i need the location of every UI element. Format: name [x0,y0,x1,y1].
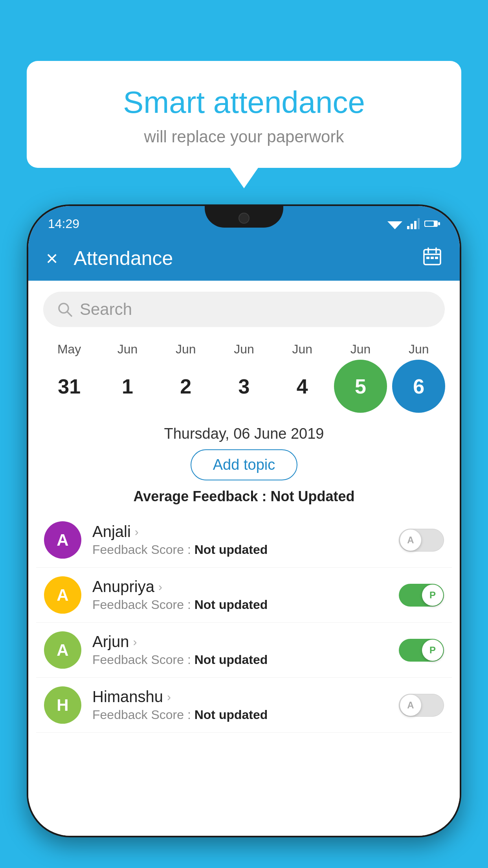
month-0: May [42,342,97,357]
battery-icon [424,219,440,228]
student-item-anjali[interactable]: A Anjali › Feedback Score : Not updated [36,513,452,568]
search-placeholder: Search [80,300,132,319]
wifi-icon [387,218,402,229]
calendar-icon[interactable] [422,246,442,270]
svg-rect-6 [418,218,420,229]
phone-mockup: 14:29 [27,204,461,868]
student-name-arjun: Arjun › [92,633,388,651]
status-time: 14:29 [48,217,79,231]
speech-bubble: Smart attendance will replace your paper… [27,61,461,168]
toggle-knob-anjali: A [400,530,421,551]
search-icon [57,302,73,317]
calendar-months-row: May Jun Jun Jun Jun Jun Jun [40,342,448,357]
student-item-himanshu[interactable]: H Himanshu › Feedback Score : Not update… [36,678,452,733]
avg-feedback-value: Not Updated [270,488,354,504]
student-feedback-anjali: Feedback Score : Not updated [92,542,388,557]
student-item-arjun[interactable]: A Arjun › Feedback Score : Not updated [36,623,452,678]
phone-inner: 14:29 [28,206,460,836]
calendar-strip: May Jun Jun Jun Jun Jun Jun 31 1 2 3 4 [28,334,460,417]
app-tagline-title: Smart attendance [46,85,442,120]
month-3: Jun [216,342,272,357]
svg-rect-3 [407,226,409,229]
calendar-date-2[interactable]: 2 [159,360,212,413]
calendar-date-3[interactable]: 3 [217,360,270,413]
chevron-icon: › [133,635,137,649]
content-area: Search May Jun Jun Jun Jun Jun Jun 31 [28,281,460,836]
calendar-date-6-selected[interactable]: 6 [392,360,445,413]
toggle-knob-himanshu: A [400,695,421,716]
student-avatar-arjun: A [44,631,81,669]
month-5: Jun [333,342,388,357]
svg-marker-2 [392,226,398,229]
student-feedback-arjun: Feedback Score : Not updated [92,653,388,667]
chevron-icon: › [167,690,171,704]
svg-rect-15 [431,257,434,259]
student-feedback-anupriya: Feedback Score : Not updated [92,598,388,612]
calendar-dates-row: 31 1 2 3 4 5 6 [40,360,448,413]
month-4: Jun [275,342,330,357]
selected-date-label: Thursday, 06 June 2019 [164,425,324,442]
student-avatar-anupriya: A [44,576,81,614]
avg-feedback: Average Feedback : Not Updated [28,488,460,505]
phone-notch [205,206,283,228]
svg-line-18 [67,312,72,316]
chevron-icon: › [158,580,162,594]
attendance-toggle-anjali[interactable]: A [399,529,444,552]
month-6: Jun [391,342,446,357]
chevron-icon: › [135,525,139,539]
attendance-toggle-anupriya[interactable]: P [399,584,444,607]
svg-rect-5 [414,221,416,229]
student-info-anjali: Anjali › Feedback Score : Not updated [92,523,388,557]
student-list: A Anjali › Feedback Score : Not updated [28,513,460,733]
svg-rect-4 [411,224,413,229]
student-feedback-himanshu: Feedback Score : Not updated [92,708,388,722]
calendar-date-4[interactable]: 4 [276,360,329,413]
app-bar-title: Attendance [73,247,422,270]
app-bar: × Attendance [28,235,460,281]
camera [238,213,250,224]
toggle-knob-arjun: P [422,640,443,661]
status-icons [387,218,440,229]
calendar-date-31[interactable]: 31 [43,360,96,413]
phone-frame: 14:29 [27,204,461,837]
attendance-toggle-arjun[interactable]: P [399,639,444,662]
student-name-anupriya: Anupriya › [92,578,388,596]
month-2: Jun [158,342,213,357]
add-topic-button[interactable]: Add topic [191,449,297,480]
toggle-knob-anupriya: P [422,585,443,606]
student-name-anjali: Anjali › [92,523,388,541]
svg-rect-9 [425,221,434,226]
student-avatar-anjali: A [44,521,81,559]
svg-rect-14 [426,257,429,259]
close-button[interactable]: × [46,248,58,268]
month-1: Jun [100,342,155,357]
svg-rect-8 [438,222,440,225]
signal-icon [407,218,420,229]
calendar-date-5-today[interactable]: 5 [334,360,387,413]
attendance-toggle-himanshu[interactable]: A [399,694,444,717]
student-avatar-himanshu: H [44,686,81,724]
avg-feedback-label: Average Feedback : [134,488,271,504]
date-info: Thursday, 06 June 2019 [28,425,460,442]
student-info-arjun: Arjun › Feedback Score : Not updated [92,633,388,667]
speech-bubble-container: Smart attendance will replace your paper… [27,61,461,168]
student-item-anupriya[interactable]: A Anupriya › Feedback Score : Not update… [36,568,452,623]
search-bar[interactable]: Search [43,292,445,327]
svg-rect-16 [435,257,438,259]
calendar-date-1[interactable]: 1 [101,360,154,413]
app-tagline-subtitle: will replace your paperwork [46,127,442,146]
student-info-himanshu: Himanshu › Feedback Score : Not updated [92,688,388,722]
student-info-anupriya: Anupriya › Feedback Score : Not updated [92,578,388,612]
student-name-himanshu: Himanshu › [92,688,388,706]
